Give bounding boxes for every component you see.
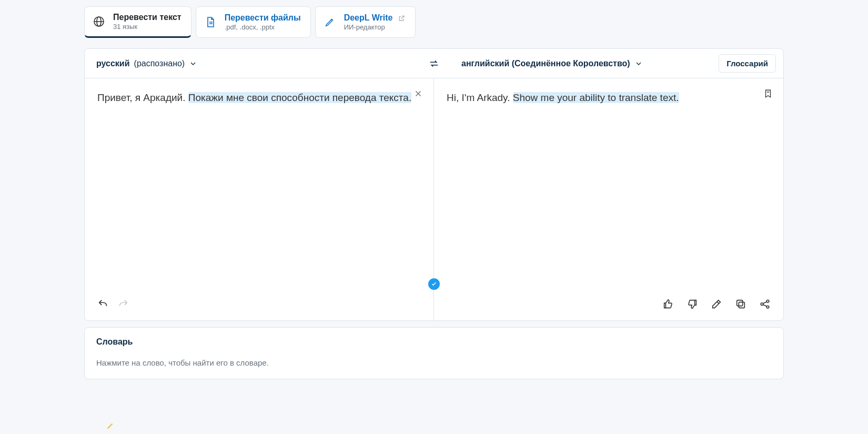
- glossary-button[interactable]: Глоссарий: [719, 54, 776, 73]
- tab-translate-text[interactable]: Перевести текст 31 язык: [84, 6, 191, 38]
- target-pane: Hi, I'm Arkady. Show me your ability to …: [434, 78, 783, 320]
- chevron-down-icon: [189, 59, 197, 68]
- copy-button[interactable]: [735, 298, 746, 310]
- tab-title: Перевести текст: [113, 12, 181, 23]
- source-language-label: русский: [96, 59, 130, 68]
- tab-title: Перевести файлы: [225, 13, 301, 23]
- tab-translate-files[interactable]: Перевести файлы .pdf, .docx, .pptx: [196, 6, 311, 38]
- thumbs-up-button[interactable]: [662, 298, 674, 310]
- target-footer: [447, 297, 771, 311]
- swap-languages-button[interactable]: [418, 58, 450, 69]
- document-icon: [204, 15, 217, 29]
- globe-icon: [92, 15, 106, 28]
- target-text-output[interactable]: Hi, I'm Arkady. Show me your ability to …: [447, 90, 771, 291]
- source-pane: Привет, я Аркадий. Покажи мне свои спосо…: [85, 78, 434, 320]
- target-text-plain: Hi, I'm Arkady.: [447, 92, 513, 103]
- redo-button: [117, 298, 129, 310]
- target-language-label: английский (Соединённое Королевство): [461, 59, 630, 68]
- thumbs-down-button[interactable]: [687, 298, 698, 310]
- share-button[interactable]: [759, 298, 771, 310]
- bookmark-button[interactable]: [763, 89, 774, 99]
- source-text-highlight: Покажи мне свои способности перевода тек…: [188, 92, 411, 103]
- external-link-icon: [398, 15, 406, 22]
- language-bar: русский (распознано) английский (Соединё…: [85, 49, 783, 78]
- undo-button[interactable]: [97, 298, 109, 310]
- source-language-selector[interactable]: русский (распознано): [85, 59, 418, 68]
- tab-subtitle: .pdf, .docx, .pptx: [225, 23, 301, 32]
- source-language-note: (распознано): [134, 59, 185, 68]
- translator-card: русский (распознано) английский (Соединё…: [84, 48, 784, 321]
- clear-source-button[interactable]: [413, 89, 424, 99]
- source-text-plain: Привет, я Аркадий.: [97, 92, 188, 103]
- tab-deepl-write[interactable]: DeepL Write ИИ-редактор: [315, 6, 416, 38]
- source-text-input[interactable]: Привет, я Аркадий. Покажи мне свои спосо…: [97, 90, 421, 291]
- tab-subtitle: ИИ-редактор: [344, 23, 406, 32]
- target-text-highlight: Show me your ability to translate text.: [513, 92, 679, 103]
- dictionary-hint: Нажмите на слово, чтобы найти его в слов…: [96, 358, 772, 367]
- dictionary-panel: Словарь Нажмите на слово, чтобы найти ег…: [84, 327, 784, 379]
- tab-subtitle: 31 язык: [113, 23, 181, 31]
- mode-tabs: Перевести текст 31 язык Перевести файлы …: [84, 6, 784, 38]
- svg-rect-6: [737, 300, 743, 306]
- target-language-selector[interactable]: английский (Соединённое Королевство): [450, 59, 654, 68]
- dictionary-title: Словарь: [96, 337, 772, 347]
- pencil-icon: [323, 15, 337, 29]
- edit-button[interactable]: [711, 298, 722, 310]
- tab-title: DeepL Write: [344, 13, 406, 23]
- source-footer: [97, 297, 421, 311]
- stray-mark-icon: [105, 421, 115, 431]
- svg-rect-5: [739, 302, 744, 308]
- chevron-down-icon: [634, 59, 643, 68]
